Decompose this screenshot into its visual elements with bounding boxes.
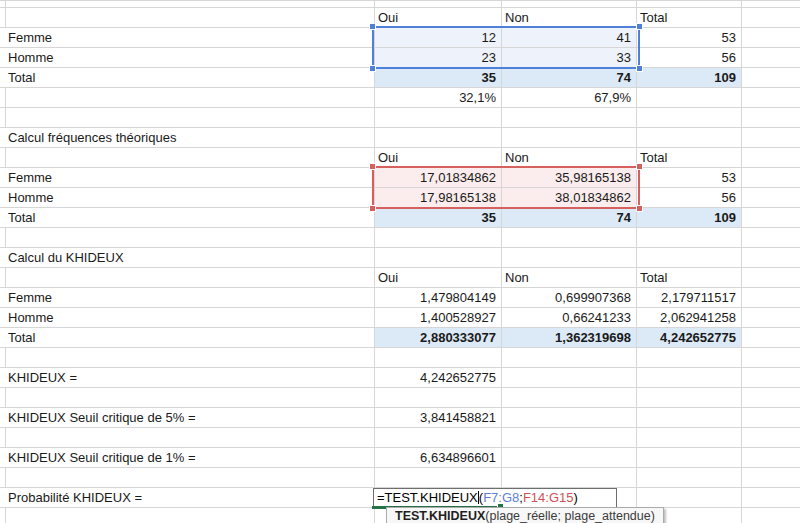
cell-oui[interactable]: 2,880333077 (375, 328, 502, 347)
cell-extra[interactable] (742, 348, 800, 367)
cell-label[interactable] (0, 88, 375, 107)
cell-total[interactable]: 2,062941258 (637, 308, 742, 327)
cell-extra[interactable] (742, 268, 800, 287)
cell-total[interactable] (637, 428, 742, 447)
cell-label[interactable]: Total (0, 208, 375, 227)
cell-label[interactable] (0, 508, 375, 523)
range-drag-handle[interactable] (637, 24, 642, 29)
cell-non[interactable]: 67,9% (502, 88, 637, 107)
formula-cell-editor[interactable]: =TEST.KHIDEUX(F7:G8;F14:G15) (373, 488, 617, 508)
cell-label[interactable]: Homme (0, 308, 375, 327)
cell-extra[interactable] (742, 468, 800, 487)
cell-label[interactable] (0, 228, 375, 247)
cell-oui[interactable]: 17,98165138 (375, 188, 502, 207)
cell-label[interactable] (0, 388, 375, 407)
cell-non[interactable]: Non (502, 148, 637, 167)
cell-total[interactable] (637, 128, 742, 147)
cell-oui[interactable]: Oui (375, 268, 502, 287)
cell-non[interactable]: Non (502, 8, 637, 27)
cell-extra[interactable] (742, 28, 800, 47)
cell-label[interactable] (0, 428, 375, 447)
cell-oui[interactable]: Oui (375, 8, 502, 27)
cell-oui[interactable] (375, 468, 502, 487)
cell-non[interactable] (502, 248, 637, 267)
range-drag-handle[interactable] (637, 66, 642, 71)
cell-extra[interactable] (742, 408, 800, 427)
cell-oui[interactable]: Oui (375, 148, 502, 167)
range-drag-handle[interactable] (370, 206, 375, 211)
cell-label[interactable]: Femme (0, 28, 375, 47)
cell-total[interactable]: 4,242652775 (637, 328, 742, 347)
cell-non[interactable] (502, 228, 637, 247)
cell-oui[interactable]: 32,1% (375, 88, 502, 107)
cell-total[interactable] (637, 1, 742, 7)
cell-total[interactable] (637, 388, 742, 407)
cell-label[interactable]: Homme (0, 48, 375, 67)
cell-extra[interactable] (742, 328, 800, 347)
cell-oui[interactable]: 3,841458821 (375, 408, 502, 427)
cell-non[interactable]: 35,98165138 (502, 168, 637, 187)
cell-label[interactable]: Femme (0, 168, 375, 187)
cell-non[interactable] (502, 388, 637, 407)
cell-total[interactable]: 109 (637, 208, 742, 227)
cell-total[interactable] (637, 368, 742, 387)
cell-non[interactable]: 0,699907368 (502, 288, 637, 307)
cell-label[interactable] (0, 108, 375, 127)
cell-oui[interactable] (375, 248, 502, 267)
cell-oui[interactable]: 35 (375, 68, 502, 87)
cell-total[interactable] (637, 468, 742, 487)
cell-oui[interactable]: 6,634896601 (375, 448, 502, 467)
cell-extra[interactable] (742, 88, 800, 107)
cell-non[interactable]: 1,362319698 (502, 328, 637, 347)
cell-oui[interactable]: 1,400528927 (375, 308, 502, 327)
range-drag-handle[interactable] (370, 24, 375, 29)
cell-total[interactable]: 53 (637, 28, 742, 47)
cell-oui[interactable] (375, 428, 502, 447)
cell-non[interactable] (502, 368, 637, 387)
cell-extra[interactable] (742, 508, 800, 523)
cell-total[interactable]: Total (637, 268, 742, 287)
cell-non[interactable]: 0,66241233 (502, 308, 637, 327)
cell-oui[interactable] (375, 228, 502, 247)
range-drag-handle[interactable] (370, 66, 375, 71)
cell-extra[interactable] (742, 488, 800, 507)
cell-label[interactable]: KHIDEUX Seuil critique de 1% = (0, 448, 375, 467)
cell-extra[interactable] (742, 168, 800, 187)
cell-non[interactable] (502, 428, 637, 447)
cell-total[interactable]: 2,179711517 (637, 288, 742, 307)
cell-extra[interactable] (742, 48, 800, 67)
cell-total[interactable]: 56 (637, 188, 742, 207)
cell-label[interactable] (0, 348, 375, 367)
cell-label[interactable]: Homme (0, 188, 375, 207)
cell-label[interactable] (0, 268, 375, 287)
cell-oui[interactable] (375, 348, 502, 367)
cell-oui[interactable]: 23 (375, 48, 502, 67)
cell-oui[interactable] (375, 388, 502, 407)
cell-extra[interactable] (742, 128, 800, 147)
cell-extra[interactable] (742, 448, 800, 467)
cell-non[interactable] (502, 128, 637, 147)
cell-label[interactable] (0, 1, 375, 7)
cell-non[interactable] (502, 448, 637, 467)
cell-label[interactable]: KHIDEUX Seuil critique de 5% = (0, 408, 375, 427)
cell-total[interactable] (637, 488, 742, 507)
cell-oui[interactable]: 17,01834862 (375, 168, 502, 187)
cell-extra[interactable] (742, 68, 800, 87)
cell-extra[interactable] (742, 8, 800, 27)
cell-oui[interactable]: 4,242652775 (375, 368, 502, 387)
cell-extra[interactable] (742, 288, 800, 307)
cell-non[interactable] (502, 1, 637, 7)
cell-extra[interactable] (742, 148, 800, 167)
cell-total[interactable] (637, 88, 742, 107)
cell-total[interactable]: 56 (637, 48, 742, 67)
cell-label[interactable]: Calcul du KHIDEUX (0, 248, 375, 267)
cell-non[interactable] (502, 108, 637, 127)
cell-total[interactable]: Total (637, 8, 742, 27)
range-drag-handle[interactable] (370, 164, 375, 169)
cell-total[interactable]: 53 (637, 168, 742, 187)
cell-total[interactable] (637, 248, 742, 267)
range-drag-handle[interactable] (637, 164, 642, 169)
cell-label[interactable] (0, 468, 375, 487)
cell-extra[interactable] (742, 108, 800, 127)
cell-total[interactable]: Total (637, 148, 742, 167)
